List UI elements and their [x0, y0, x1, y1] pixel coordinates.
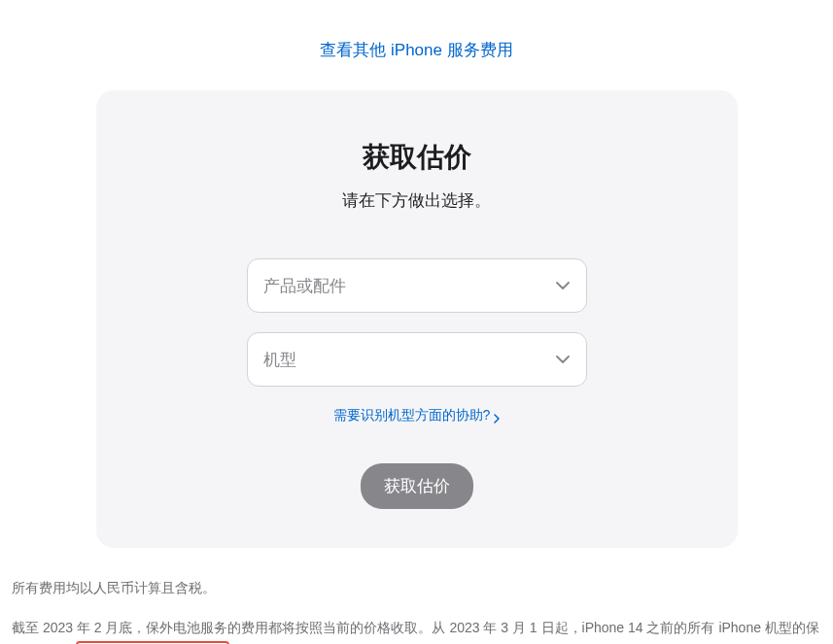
- model-select-placeholder: 机型: [263, 349, 296, 371]
- card-title: 获取估价: [135, 139, 699, 176]
- estimate-card: 获取估价 请在下方做出选择。 产品或配件 机型 需要识别机型方面的协助?: [96, 90, 738, 548]
- model-select[interactable]: 机型: [247, 332, 587, 387]
- other-services-link[interactable]: 查看其他 iPhone 服务费用: [320, 41, 512, 59]
- model-select-wrap: 机型: [247, 332, 587, 387]
- chevron-right-icon: [494, 411, 500, 421]
- identify-model-link[interactable]: 需要识别机型方面的协助?: [333, 407, 501, 424]
- product-select-placeholder: 产品或配件: [263, 275, 346, 297]
- disclaimer-section: 所有费用均以人民币计算且含税。 截至 2023 年 2 月底，保外电池服务的费用…: [0, 548, 833, 644]
- help-link-text: 需要识别机型方面的协助?: [333, 407, 491, 424]
- get-estimate-button[interactable]: 获取估价: [361, 463, 473, 509]
- product-select-wrap: 产品或配件: [247, 258, 587, 313]
- disclaimer-line-1: 所有费用均以人民币计算且含税。: [12, 575, 821, 601]
- page-container: 查看其他 iPhone 服务费用 获取估价 请在下方做出选择。 产品或配件 机型…: [0, 0, 833, 644]
- card-subtitle: 请在下方做出选择。: [135, 189, 699, 212]
- product-select[interactable]: 产品或配件: [247, 258, 587, 313]
- disclaimer-line-2: 截至 2023 年 2 月底，保外电池服务的费用都将按照当前的价格收取。从 20…: [12, 615, 821, 644]
- help-link-container: 需要识别机型方面的协助?: [135, 406, 699, 424]
- top-link-container: 查看其他 iPhone 服务费用: [0, 0, 833, 90]
